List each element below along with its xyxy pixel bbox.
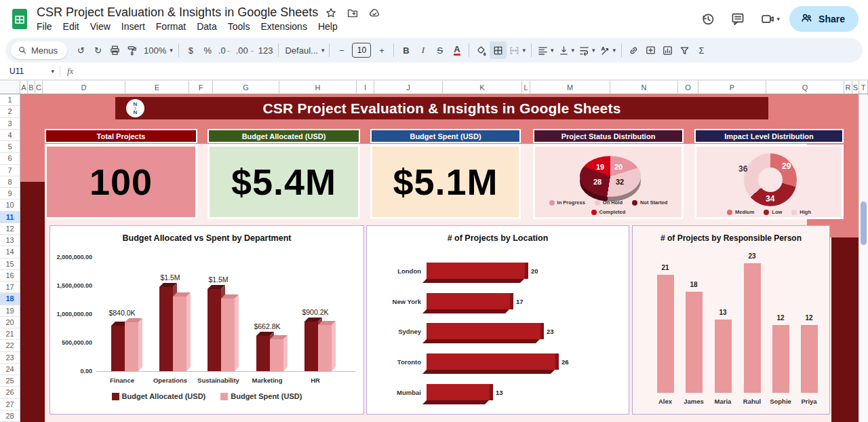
row-header-15[interactable]: 15 — [0, 258, 20, 270]
column-header-K[interactable]: K — [443, 81, 522, 94]
bar-budget-allocated-usd-[interactable] — [304, 322, 318, 371]
person-bar-james[interactable] — [686, 292, 703, 393]
menu-tools[interactable]: Tools — [222, 20, 256, 33]
bar-budget-spent-usd-[interactable] — [221, 299, 235, 371]
redo-button[interactable]: ↻ — [90, 41, 106, 59]
bar-budget-spent-usd-[interactable] — [270, 339, 283, 371]
zoom-select[interactable]: 100%▾ — [140, 41, 175, 59]
sheet-canvas[interactable]: NtN CSR Project Evaluation & Insights in… — [20, 94, 868, 422]
row-header-22[interactable]: 22 — [0, 340, 20, 351]
column-header-Q[interactable]: Q — [766, 81, 844, 94]
name-box[interactable]: U11 ▾ — [0, 66, 60, 76]
person-bar-rahul[interactable] — [744, 263, 761, 393]
increase-decimals-button[interactable]: .00→ — [234, 41, 256, 59]
column-header-N[interactable]: N — [610, 81, 678, 94]
bold-button[interactable]: B — [397, 41, 414, 59]
column-header-I[interactable]: I — [357, 81, 374, 94]
status-pie-chart[interactable] — [580, 156, 641, 197]
row-header-27[interactable]: 27 — [0, 399, 20, 410]
increase-font-size-button[interactable]: + — [373, 41, 390, 59]
column-header-G[interactable]: G — [213, 81, 279, 94]
row-header-13[interactable]: 13 — [0, 235, 20, 246]
meet-icon[interactable]: ▾ — [760, 12, 781, 26]
create-filter-button[interactable] — [676, 41, 693, 59]
column-header-D[interactable]: D — [43, 81, 125, 94]
location-bar-mumbai[interactable] — [427, 384, 493, 400]
column-header-L[interactable]: L — [522, 81, 530, 94]
person-bar-priya[interactable] — [801, 325, 818, 393]
paint-format-button[interactable] — [123, 41, 140, 59]
bar-budget-spent-usd-[interactable] — [173, 296, 186, 371]
column-header-R[interactable]: R — [844, 81, 852, 94]
decrease-decimals-button[interactable]: .0← — [216, 41, 234, 59]
insert-comment-button[interactable] — [642, 41, 659, 59]
more-formats-button[interactable]: 123 — [256, 41, 275, 59]
menu-edit[interactable]: Edit — [58, 20, 85, 33]
insert-link-button[interactable] — [625, 41, 642, 59]
location-bar-new-york[interactable] — [427, 293, 513, 309]
bar-budget-allocated-usd-[interactable] — [159, 287, 173, 371]
kpi-card-2[interactable]: Budget Allocated (USD)$5.4M — [208, 129, 360, 219]
row-header-18[interactable]: 18 — [0, 293, 20, 305]
location-bar-london[interactable] — [427, 263, 528, 279]
kpi-card-3[interactable]: Budget Spent (USD)$5.1M — [370, 129, 521, 219]
menu-extensions[interactable]: Extensions — [255, 20, 312, 33]
decrease-font-size-button[interactable]: − — [333, 41, 350, 59]
print-button[interactable] — [106, 41, 123, 59]
row-header-2[interactable]: 2 — [0, 106, 20, 117]
italic-button[interactable]: I — [414, 41, 431, 59]
column-header-B[interactable]: B — [28, 81, 35, 94]
row-header-5[interactable]: 5 — [0, 141, 20, 153]
column-header-J[interactable]: J — [374, 81, 443, 94]
column-header-P[interactable]: P — [698, 81, 766, 94]
row-header-3[interactable]: 3 — [0, 118, 20, 130]
column-header-C[interactable]: C — [35, 81, 43, 94]
star-icon[interactable] — [325, 7, 337, 19]
row-header-16[interactable]: 16 — [0, 270, 20, 282]
row-header-7[interactable]: 7 — [0, 165, 20, 176]
column-header-H[interactable]: H — [279, 81, 357, 94]
chart-budget-by-department[interactable]: Budget Allocated vs Spent by Department … — [50, 225, 364, 415]
column-header-S[interactable]: S — [852, 81, 859, 94]
move-folder-icon[interactable] — [347, 7, 359, 19]
person-bar-maria[interactable] — [715, 320, 732, 393]
cloud-status-icon[interactable] — [368, 7, 380, 19]
column-header-E[interactable]: E — [125, 81, 189, 94]
row-header-23[interactable]: 23 — [0, 352, 20, 364]
row-header-24[interactable]: 24 — [0, 364, 20, 375]
menus-search[interactable]: Menus — [11, 41, 67, 59]
chart-projects-by-location[interactable]: # of Projects by Location London20New Yo… — [366, 225, 629, 415]
version-history-icon[interactable] — [701, 12, 715, 26]
column-header-A[interactable]: A — [20, 81, 28, 94]
menu-help[interactable]: Help — [313, 20, 343, 33]
comments-icon[interactable] — [730, 12, 745, 26]
menu-view[interactable]: View — [85, 20, 116, 33]
format-currency-button[interactable]: $ — [182, 41, 199, 59]
select-all-corner[interactable] — [0, 81, 20, 94]
column-header-M[interactable]: M — [530, 81, 610, 94]
row-header-14[interactable]: 14 — [0, 246, 20, 258]
row-header-28[interactable]: 28 — [0, 410, 20, 422]
bar-budget-spent-usd-[interactable] — [318, 325, 332, 371]
share-button[interactable]: Share — [789, 6, 859, 32]
location-bar-toronto[interactable] — [427, 353, 559, 370]
row-header-19[interactable]: 19 — [0, 305, 20, 317]
dashboard-banner[interactable]: NtN CSR Project Evaluation & Insights in… — [115, 97, 768, 119]
undo-button[interactable]: ↺ — [73, 41, 90, 59]
chart-projects-by-person[interactable]: # of Projects by Responsible Person 21Al… — [632, 225, 830, 415]
bar-budget-allocated-usd-[interactable] — [111, 326, 125, 371]
fill-color-button[interactable] — [473, 41, 490, 59]
menu-data[interactable]: Data — [191, 20, 222, 33]
person-bar-alex[interactable] — [657, 275, 674, 393]
format-percent-button[interactable]: % — [199, 41, 216, 59]
person-bar-sophie[interactable] — [772, 325, 789, 393]
text-rotation-button[interactable]: ▾ — [597, 41, 618, 59]
font-select[interactable]: Defaul...▾ — [282, 41, 326, 59]
vertical-align-button[interactable]: ▾ — [556, 41, 577, 59]
column-header-F[interactable]: F — [189, 81, 213, 94]
row-header-1[interactable]: 1 — [0, 94, 20, 106]
strikethrough-button[interactable]: S — [431, 41, 448, 59]
status-distribution-card[interactable]: Project Status Distribution20322819In Pr… — [533, 129, 684, 219]
insert-chart-button[interactable] — [659, 41, 676, 59]
functions-button[interactable]: Σ — [693, 41, 710, 59]
